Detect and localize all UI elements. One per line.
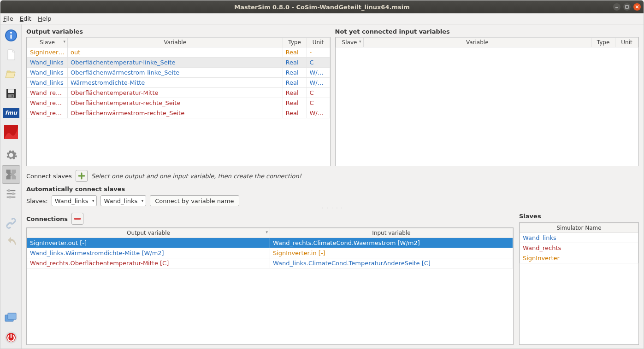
sidebar-power-button[interactable] (2, 328, 20, 347)
input-th-slave[interactable]: Slave (336, 38, 363, 47)
table-row[interactable]: Wand_linksWärmestromdichte-MitteRealW/m2 (27, 78, 330, 88)
splitter[interactable]: · · · · · (26, 206, 639, 210)
connect-by-name-button[interactable]: Connect by variable name (150, 195, 239, 206)
input-th-variable[interactable]: Variable (363, 38, 591, 47)
slaves-th-name[interactable]: Simulator Name (520, 223, 638, 233)
sidebar-undo-button[interactable] (2, 233, 20, 252)
table-row[interactable]: Wand_rechtsOberflächentemperatur-MitteRe… (27, 88, 330, 98)
svg-rect-22 (8, 313, 16, 320)
input-vars-title: Not yet connected input variables (335, 28, 639, 35)
output-th-type[interactable]: Type (283, 38, 307, 47)
input-th-unit[interactable]: Unit (615, 38, 638, 47)
table-row[interactable]: Wand_rechtsOberflächenwärmestrom-rechte_… (27, 108, 330, 118)
connections-table[interactable]: Output variable Input variable SignInver… (26, 227, 514, 345)
sidebar-fmu-button[interactable]: fmu (2, 104, 20, 122)
sidebar-new-button[interactable] (2, 46, 20, 64)
svg-rect-1 (626, 6, 628, 8)
sidebar-gear-button[interactable] (2, 146, 20, 164)
svg-point-7 (10, 32, 12, 34)
slaves-combo-label: Slaves: (26, 198, 48, 204)
minimize-button[interactable] (613, 3, 620, 11)
table-row[interactable]: Wand_rechts (520, 243, 638, 253)
close-button[interactable] (633, 3, 641, 11)
slave-combo-1[interactable]: Wand_links (52, 195, 97, 206)
sidebar-link-button[interactable] (2, 214, 20, 233)
sidebar-info-button[interactable] (2, 26, 20, 45)
table-row[interactable]: SignInverter (520, 253, 638, 263)
sidebar: fmu (0, 24, 22, 349)
remove-connection-button[interactable] (71, 213, 83, 225)
slaves-panel-title: Slaves (519, 213, 541, 220)
sidebar-sliders-button[interactable] (2, 185, 20, 203)
output-vars-table[interactable]: Slave Variable Type Unit SignInverterout… (26, 37, 331, 166)
output-th-unit[interactable]: Unit (307, 38, 330, 47)
conn-th-in[interactable]: Input variable (270, 228, 513, 238)
connections-title: Connections (26, 215, 68, 222)
titlebar: MasterSim 0.8.0 - CoSim-WandGeteilt_linu… (0, 0, 644, 13)
menu-edit[interactable]: Edit (20, 15, 31, 22)
conn-th-out[interactable]: Output variable (27, 228, 270, 238)
sidebar-windows-button[interactable] (2, 309, 20, 327)
table-row[interactable]: SignInverter.out [-]Wand_rechts.ClimateC… (27, 238, 513, 248)
slave-combo-2[interactable]: Wand_links (100, 195, 146, 206)
connect-slaves-label: Connect slaves (26, 173, 72, 180)
window-title: MasterSim 0.8.0 - CoSim-WandGeteilt_linu… (234, 4, 409, 11)
connect-hint: Select one output and one input variable… (91, 173, 301, 180)
sidebar-connections-button[interactable] (2, 165, 20, 184)
output-th-slave[interactable]: Slave (27, 38, 68, 47)
add-connection-button[interactable] (76, 170, 88, 182)
sidebar-open-button[interactable] (2, 65, 20, 83)
table-row[interactable]: Wand_linksOberflächentemperatur-linke_Se… (27, 58, 330, 68)
svg-rect-11 (12, 95, 13, 97)
svg-rect-9 (8, 89, 14, 93)
menu-file[interactable]: File (3, 15, 13, 22)
output-vars-title: Output variables (26, 28, 331, 35)
svg-rect-10 (8, 94, 14, 98)
table-row[interactable]: Wand_rechtsOberflächentemperatur-rechte_… (27, 98, 330, 108)
maximize-button[interactable] (623, 3, 631, 11)
auto-connect-title: Automatically connect slaves (26, 186, 639, 192)
svg-point-20 (8, 196, 11, 198)
menu-help[interactable]: Help (38, 15, 52, 22)
sidebar-save-button[interactable] (2, 84, 20, 103)
svg-rect-27 (74, 218, 81, 220)
table-row[interactable]: Wand_links (520, 233, 638, 243)
table-row[interactable]: Wand_rechts.Oberflächentemperatur-Mitte … (27, 258, 513, 268)
table-row[interactable]: SignInverteroutReal- (27, 47, 330, 58)
output-th-variable[interactable]: Variable (68, 38, 283, 47)
input-th-type[interactable]: Type (591, 38, 615, 47)
menubar: File Edit Help (0, 13, 644, 24)
slaves-table[interactable]: Simulator Name Wand_linksWand_rechtsSign… (519, 222, 639, 345)
svg-point-19 (12, 192, 14, 195)
table-row[interactable]: Wand_links.Wärmestromdichte-Mitte [W/m2]… (27, 248, 513, 258)
input-vars-table[interactable]: Slave Variable Type Unit (335, 37, 639, 166)
svg-rect-6 (10, 35, 12, 39)
svg-text:fmu: fmu (5, 110, 18, 116)
sidebar-red-button[interactable] (2, 123, 20, 141)
table-row[interactable]: Wand_linksOberflächenwärmestrom-linke_Se… (27, 68, 330, 78)
svg-point-18 (7, 189, 10, 192)
